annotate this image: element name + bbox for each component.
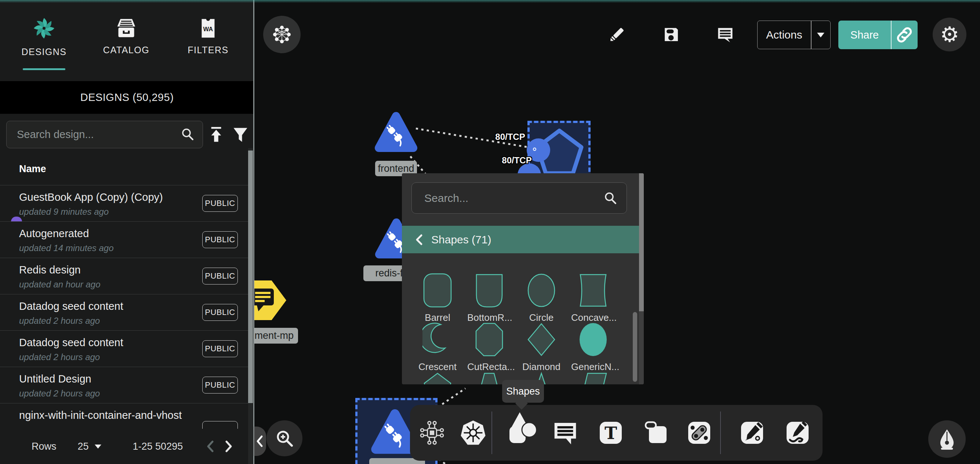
parallelogram-shape-icon (578, 372, 608, 384)
edge-port-label: 80/TCP (502, 155, 531, 166)
design-row[interactable]: Datadog seed content updated 2 hours ago… (0, 330, 248, 367)
prev-page-button[interactable] (204, 439, 216, 454)
collapse-sidebar-handle[interactable] (254, 427, 266, 456)
tab-designs[interactable]: DESIGNS (16, 16, 72, 57)
design-search-box[interactable] (6, 121, 203, 148)
design-row[interactable]: GuestBook App (Copy) (Copy) updated 9 mi… (0, 185, 248, 222)
svg-text:T: T (605, 423, 617, 443)
concave-shape-icon (578, 273, 608, 308)
actions-button[interactable]: Actions (757, 21, 830, 49)
active-tab-underline (23, 68, 65, 70)
comment-button[interactable] (716, 25, 735, 46)
panel-scrollbar-thumb[interactable] (639, 173, 644, 311)
shapes-panel: Shapes (71) Barrel BottomR... Circle Con… (402, 173, 644, 384)
shape-item-crescent[interactable]: Crescent (415, 322, 460, 373)
wasm-filter-icon: WA (198, 18, 218, 39)
crescent-shape-icon (422, 322, 453, 357)
shapes-tool-icon (506, 411, 538, 448)
pentagon-shape-icon (422, 372, 453, 384)
design-row[interactable]: Redis design updated an hour ago PUBLIC (0, 258, 248, 294)
chevron-down-icon[interactable] (95, 445, 101, 448)
import-design-button[interactable] (208, 126, 224, 145)
design-name[interactable]: Autogenerated (19, 228, 89, 240)
design-name[interactable]: Datadog seed content (19, 300, 123, 313)
tab-filters[interactable]: WA FILTERS (181, 18, 235, 56)
design-name[interactable]: Datadog seed content (19, 336, 123, 349)
actions-label[interactable]: Actions (757, 21, 811, 49)
edit-pencil-button[interactable] (608, 25, 627, 46)
sidebar-divider (253, 0, 255, 464)
text-tool-button[interactable]: T (593, 405, 628, 461)
tab-catalog[interactable]: CATALOG (99, 18, 154, 56)
circle-shape-icon (527, 273, 557, 308)
shape-item-partial[interactable] (415, 372, 460, 384)
designs-count-header: DESIGNS (50,295) (0, 81, 254, 114)
canvas-toolbar: T (410, 405, 822, 461)
rows-per-page-select[interactable]: 25 (78, 441, 89, 452)
tab-filters-label: FILTERS (181, 45, 235, 56)
pagination-range: 1-25 50295 (133, 441, 183, 452)
design-name[interactable]: nginx-with-init-container-and-vhost (19, 409, 182, 421)
toolbar-divider (492, 411, 492, 454)
shapes-search-box[interactable] (412, 182, 627, 214)
components-tool-button[interactable] (414, 405, 450, 461)
design-updated: updated an hour ago (19, 279, 100, 290)
design-name[interactable]: GuestBook App (Copy) (Copy) (19, 191, 163, 203)
actions-dropdown[interactable] (811, 21, 830, 49)
design-search-input[interactable] (6, 129, 181, 140)
design-row[interactable]: Datadog seed content updated 2 hours ago… (0, 294, 248, 330)
next-page-button[interactable] (223, 439, 235, 454)
designs-count-label: DESIGNS (50,295) (80, 91, 174, 104)
shape-item-concave[interactable]: Concave... (571, 273, 615, 324)
design-name[interactable]: Redis design (19, 264, 81, 276)
note-tool-icon (643, 420, 669, 446)
settings-button[interactable]: ⚙ (933, 18, 966, 51)
trapezoid-shape-icon (474, 372, 504, 384)
bottomround-shape-icon (474, 273, 504, 308)
design-row[interactable]: Autogenerated updated 14 minutes ago PUB… (0, 222, 248, 258)
design-updated: updated 14 minutes ago (19, 243, 114, 253)
grid-scrollbar-thumb[interactable] (633, 312, 637, 382)
shapes-search-input[interactable] (412, 192, 603, 204)
pen-tool-button[interactable] (735, 405, 770, 461)
pencil-icon (608, 25, 627, 44)
design-name[interactable]: Untitled Design (19, 373, 91, 385)
filter-designs-button[interactable] (232, 126, 249, 145)
design-updated: updated 9 minutes ago (19, 207, 109, 217)
visualize-button[interactable] (263, 16, 301, 53)
shape-item-partial[interactable] (571, 372, 615, 384)
shape-item-bottomround[interactable]: BottomR... (467, 273, 511, 324)
design-row[interactable]: Untitled Design updated 2 hours ago PUBL… (0, 367, 248, 403)
save-button[interactable] (662, 25, 681, 46)
shape-item-barrel[interactable]: Barrel (415, 273, 460, 324)
shape-item-circle[interactable]: Circle (519, 273, 563, 324)
shape-item-diamond[interactable]: Diamond (519, 322, 563, 373)
avatar (11, 217, 22, 222)
pen-nib-icon (936, 428, 958, 450)
shape-item-cutrectangle[interactable]: CutRecta... (467, 322, 511, 373)
comment-tool-button[interactable] (547, 405, 583, 461)
kubernetes-tool-button[interactable] (455, 405, 491, 461)
toolbar-divider (720, 411, 721, 454)
sidebar-scrollbar-thumb[interactable] (248, 150, 253, 403)
shapes-tool-button[interactable] (505, 405, 540, 461)
shapes-category-header[interactable]: Shapes (71) (402, 226, 639, 253)
endpoint-dot (533, 148, 536, 151)
gear-icon: ⚙ (940, 24, 959, 45)
search-icon (181, 128, 195, 142)
note-tool-button[interactable] (639, 405, 674, 461)
diamond-shape-icon (527, 322, 557, 357)
freehand-pen-button[interactable] (928, 420, 966, 458)
share-label[interactable]: Share (838, 21, 891, 49)
zoom-in-button[interactable] (266, 420, 302, 456)
network-graph-icon (272, 24, 292, 45)
copy-link-action[interactable] (891, 21, 918, 49)
frontend-service-node[interactable] (374, 110, 418, 154)
shapes-tooltip: Shapes (502, 380, 544, 403)
visibility-badge: PUBLIC (202, 195, 238, 212)
barrel-shape-icon (422, 273, 453, 308)
share-button[interactable]: Share (838, 21, 918, 49)
doodle-tool-button[interactable] (780, 405, 815, 461)
link-tool-button[interactable] (682, 405, 717, 461)
shape-item-genericnode[interactable]: GenericN... (571, 322, 615, 373)
